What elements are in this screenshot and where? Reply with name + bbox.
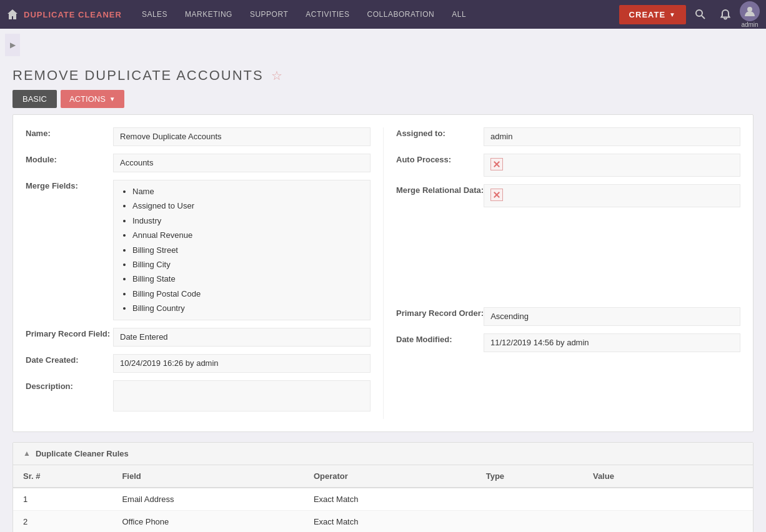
brand-label: DUPLICATE CLEANER <box>24 10 122 19</box>
sidebar-toggle-button[interactable]: ▶ <box>5 34 20 56</box>
merge-fields-value: Name Assigned to User Industry Annual Re… <box>113 180 371 320</box>
search-button[interactable] <box>690 6 711 22</box>
top-controls: BASIC ACTIONS ▼ <box>0 90 766 114</box>
svg-point-0 <box>696 10 702 16</box>
description-value <box>113 380 371 411</box>
basic-tab-button[interactable]: BASIC <box>12 90 57 108</box>
auto-process-checkbox <box>490 158 503 170</box>
col-sr: Sr. # <box>13 465 112 488</box>
merge-field-item: Annual Revenue <box>132 228 364 242</box>
nav-all[interactable]: ALL <box>444 0 474 29</box>
module-value: Accounts <box>113 154 371 172</box>
primary-record-field-row: Primary Record Field: Date Entered <box>26 328 371 347</box>
cell-operator: Exact Match <box>304 510 476 532</box>
notifications-button[interactable] <box>715 6 736 22</box>
rules-section: ▲ Duplicate Cleaner Rules Sr. # Field Op… <box>12 442 754 532</box>
actions-caret-icon: ▼ <box>109 96 116 102</box>
detail-grid: Name: Remove Duplicate Accounts Module: … <box>26 127 740 419</box>
cell-value <box>583 510 753 532</box>
table-row: 2Office PhoneExact Match <box>13 510 753 532</box>
description-label: Description: <box>26 380 113 391</box>
date-modified-label: Date Modified: <box>396 333 484 344</box>
home-icon[interactable] <box>6 8 19 21</box>
merge-field-item: Name <box>132 184 364 199</box>
name-label: Name: <box>26 127 113 138</box>
svg-point-2 <box>747 7 752 12</box>
merge-field-item: Billing State <box>132 272 364 286</box>
nav-support[interactable]: SUPPORT <box>242 0 296 29</box>
cell-type <box>476 510 583 532</box>
merge-field-item: Billing Country <box>132 301 364 315</box>
nav-sales[interactable]: SALES <box>134 0 175 29</box>
merge-relational-row: Merge Relational Data: <box>396 184 740 207</box>
cell-operator: Exact Match <box>304 488 476 511</box>
primary-record-order-value: Ascending <box>484 307 740 326</box>
favorite-star-icon[interactable]: ☆ <box>271 68 282 83</box>
primary-record-order-label: Primary Record Order: <box>396 307 484 318</box>
assigned-to-row: Assigned to: admin <box>396 127 740 146</box>
cell-value <box>583 488 753 511</box>
date-created-row: Date Created: 10/24/2019 16:26 by admin <box>26 354 371 373</box>
top-navigation: DUPLICATE CLEANER SALES MARKETING SUPPOR… <box>0 0 766 29</box>
nav-menu: SALES MARKETING SUPPORT ACTIVITIES COLLA… <box>134 0 619 29</box>
name-value: Remove Duplicate Accounts <box>113 127 371 146</box>
page-header: REMOVE DUPLICATE ACCOUNTS ☆ <box>0 61 766 90</box>
cell-sr: 2 <box>13 510 112 532</box>
merge-fields-label: Merge Fields: <box>26 180 113 190</box>
create-button[interactable]: CREATE ▼ <box>619 5 686 24</box>
rules-table: Sr. # Field Operator Type Value 1Email A… <box>13 465 753 532</box>
cell-type <box>476 488 583 511</box>
name-field-row: Name: Remove Duplicate Accounts <box>26 127 371 146</box>
create-caret-icon: ▼ <box>669 11 676 18</box>
merge-fields-list: Name Assigned to User Industry Annual Re… <box>120 184 364 316</box>
col-operator: Operator <box>304 465 476 488</box>
nav-right: CREATE ▼ admin <box>619 1 760 28</box>
table-row: 1Email AddressExact Match <box>13 488 753 511</box>
merge-field-item: Billing Street <box>132 243 364 257</box>
cell-sr: 1 <box>13 488 112 511</box>
cell-field: Email Address <box>112 488 304 511</box>
auto-process-row: Auto Process: <box>396 154 740 177</box>
date-created-value: 10/24/2019 16:26 by admin <box>113 354 371 373</box>
nav-activities[interactable]: ACTIVITIES <box>298 0 357 29</box>
date-created-label: Date Created: <box>26 354 113 365</box>
rules-section-title: Duplicate Cleaner Rules <box>36 449 129 458</box>
detail-card: Name: Remove Duplicate Accounts Module: … <box>12 114 754 432</box>
merge-relational-checkbox <box>490 189 503 201</box>
svg-line-1 <box>702 16 705 19</box>
actions-button[interactable]: ACTIONS ▼ <box>61 90 124 108</box>
description-row: Description: <box>26 380 371 411</box>
table-header-row: Sr. # Field Operator Type Value <box>13 465 753 488</box>
merge-field-item: Assigned to User <box>132 199 364 213</box>
assigned-to-value: admin <box>484 127 740 146</box>
left-column: Name: Remove Duplicate Accounts Module: … <box>26 127 383 419</box>
date-modified-value: 11/12/2019 14:56 by admin <box>484 333 740 352</box>
nav-collaboration[interactable]: COLLABORATION <box>360 0 442 29</box>
user-avatar-button[interactable]: admin <box>740 1 760 28</box>
primary-record-order-row: Primary Record Order: Ascending <box>396 307 740 326</box>
merge-relational-value <box>484 184 740 207</box>
right-column: Assigned to: admin Auto Process: Merge R… <box>383 127 740 419</box>
merge-field-item: Billing City <box>132 257 364 272</box>
avatar-circle <box>740 1 760 21</box>
cell-field: Office Phone <box>112 510 304 532</box>
auto-process-label: Auto Process: <box>396 154 484 164</box>
col-value: Value <box>583 465 753 488</box>
module-label: Module: <box>26 154 113 164</box>
page-title: REMOVE DUPLICATE ACCOUNTS <box>12 67 264 84</box>
merge-fields-row: Merge Fields: Name Assigned to User Indu… <box>26 180 371 320</box>
primary-record-field-label: Primary Record Field: <box>26 328 113 338</box>
col-field: Field <box>112 465 304 488</box>
collapse-icon[interactable]: ▲ <box>23 449 31 458</box>
date-modified-row: Date Modified: 11/12/2019 14:56 by admin <box>396 333 740 352</box>
module-field-row: Module: Accounts <box>26 154 371 172</box>
merge-relational-label: Merge Relational Data: <box>396 184 484 195</box>
primary-record-field-value: Date Entered <box>113 328 371 347</box>
page-wrapper: ▶ REMOVE DUPLICATE ACCOUNTS ☆ BASIC ACTI… <box>0 29 766 532</box>
merge-field-item: Industry <box>132 214 364 228</box>
user-label: admin <box>741 21 758 28</box>
nav-marketing[interactable]: MARKETING <box>177 0 240 29</box>
rules-header: ▲ Duplicate Cleaner Rules <box>13 443 753 465</box>
col-type: Type <box>476 465 583 488</box>
auto-process-value <box>484 154 740 177</box>
